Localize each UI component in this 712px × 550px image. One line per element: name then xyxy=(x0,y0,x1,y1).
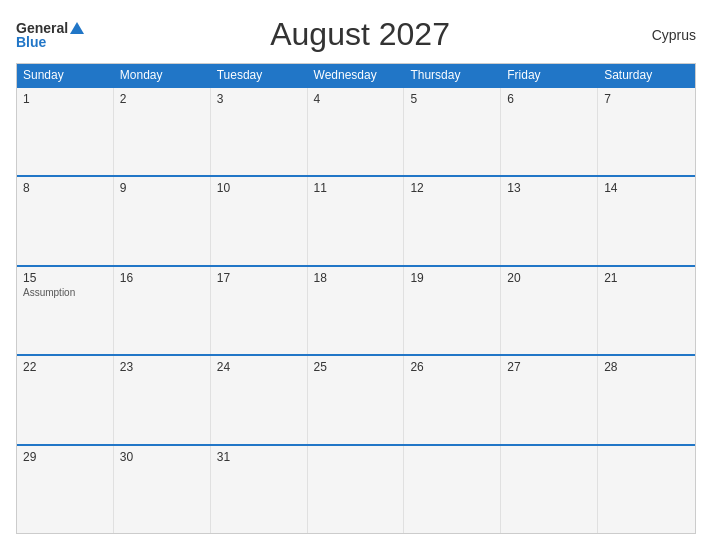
day-cell-2-3: 10 xyxy=(211,177,308,264)
day-cell-5-3: 31 xyxy=(211,446,308,533)
day-cell-5-6 xyxy=(501,446,598,533)
weeks-container: 123456789101112131415Assumption161718192… xyxy=(17,86,695,533)
day-number: 24 xyxy=(217,360,301,374)
header-friday: Friday xyxy=(501,64,598,86)
day-number: 8 xyxy=(23,181,107,195)
day-number: 4 xyxy=(314,92,398,106)
day-number: 30 xyxy=(120,450,204,464)
week-row-3: 15Assumption161718192021 xyxy=(17,265,695,354)
day-cell-1-6: 6 xyxy=(501,88,598,175)
day-number: 28 xyxy=(604,360,689,374)
day-cell-2-6: 13 xyxy=(501,177,598,264)
day-cell-3-2: 16 xyxy=(114,267,211,354)
page-header: General Blue August 2027 Cyprus xyxy=(16,16,696,53)
day-number: 6 xyxy=(507,92,591,106)
day-number: 15 xyxy=(23,271,107,285)
day-number: 22 xyxy=(23,360,107,374)
day-number: 11 xyxy=(314,181,398,195)
logo-blue-text: Blue xyxy=(16,35,46,49)
day-cell-1-7: 7 xyxy=(598,88,695,175)
week-row-2: 891011121314 xyxy=(17,175,695,264)
day-cell-2-2: 9 xyxy=(114,177,211,264)
day-cell-2-1: 8 xyxy=(17,177,114,264)
week-row-5: 293031 xyxy=(17,444,695,533)
header-monday: Monday xyxy=(114,64,211,86)
day-number: 20 xyxy=(507,271,591,285)
header-thursday: Thursday xyxy=(404,64,501,86)
day-number: 9 xyxy=(120,181,204,195)
day-cell-2-4: 11 xyxy=(308,177,405,264)
day-cell-2-7: 14 xyxy=(598,177,695,264)
logo-general-text: General xyxy=(16,21,68,35)
day-cell-1-1: 1 xyxy=(17,88,114,175)
day-number: 7 xyxy=(604,92,689,106)
day-cell-4-2: 23 xyxy=(114,356,211,443)
day-number: 26 xyxy=(410,360,494,374)
day-cell-3-5: 19 xyxy=(404,267,501,354)
day-cell-3-4: 18 xyxy=(308,267,405,354)
day-cell-3-6: 20 xyxy=(501,267,598,354)
day-cell-4-3: 24 xyxy=(211,356,308,443)
day-cell-1-3: 3 xyxy=(211,88,308,175)
day-number: 23 xyxy=(120,360,204,374)
day-event: Assumption xyxy=(23,287,107,298)
day-cell-4-7: 28 xyxy=(598,356,695,443)
calendar-title: August 2027 xyxy=(84,16,636,53)
day-cell-2-5: 12 xyxy=(404,177,501,264)
day-number: 27 xyxy=(507,360,591,374)
day-headers-row: Sunday Monday Tuesday Wednesday Thursday… xyxy=(17,64,695,86)
day-number: 18 xyxy=(314,271,398,285)
day-cell-5-1: 29 xyxy=(17,446,114,533)
day-cell-3-1: 15Assumption xyxy=(17,267,114,354)
day-number: 16 xyxy=(120,271,204,285)
day-cell-1-4: 4 xyxy=(308,88,405,175)
logo-triangle-icon xyxy=(70,22,84,34)
day-cell-4-1: 22 xyxy=(17,356,114,443)
day-cell-5-7 xyxy=(598,446,695,533)
day-number: 1 xyxy=(23,92,107,106)
day-number: 2 xyxy=(120,92,204,106)
day-cell-1-5: 5 xyxy=(404,88,501,175)
day-number: 25 xyxy=(314,360,398,374)
day-cell-4-6: 27 xyxy=(501,356,598,443)
day-number: 29 xyxy=(23,450,107,464)
day-number: 13 xyxy=(507,181,591,195)
day-number: 19 xyxy=(410,271,494,285)
logo: General Blue xyxy=(16,21,84,49)
day-number: 3 xyxy=(217,92,301,106)
week-row-1: 1234567 xyxy=(17,86,695,175)
header-saturday: Saturday xyxy=(598,64,695,86)
header-sunday: Sunday xyxy=(17,64,114,86)
day-number: 12 xyxy=(410,181,494,195)
header-wednesday: Wednesday xyxy=(308,64,405,86)
day-cell-5-2: 30 xyxy=(114,446,211,533)
day-cell-4-5: 26 xyxy=(404,356,501,443)
day-number: 5 xyxy=(410,92,494,106)
day-number: 21 xyxy=(604,271,689,285)
week-row-4: 22232425262728 xyxy=(17,354,695,443)
calendar: Sunday Monday Tuesday Wednesday Thursday… xyxy=(16,63,696,534)
day-number: 10 xyxy=(217,181,301,195)
country-label: Cyprus xyxy=(636,27,696,43)
day-cell-4-4: 25 xyxy=(308,356,405,443)
day-cell-5-5 xyxy=(404,446,501,533)
day-cell-3-7: 21 xyxy=(598,267,695,354)
day-number: 14 xyxy=(604,181,689,195)
day-number: 31 xyxy=(217,450,301,464)
day-cell-5-4 xyxy=(308,446,405,533)
day-cell-3-3: 17 xyxy=(211,267,308,354)
day-cell-1-2: 2 xyxy=(114,88,211,175)
day-number: 17 xyxy=(217,271,301,285)
header-tuesday: Tuesday xyxy=(211,64,308,86)
